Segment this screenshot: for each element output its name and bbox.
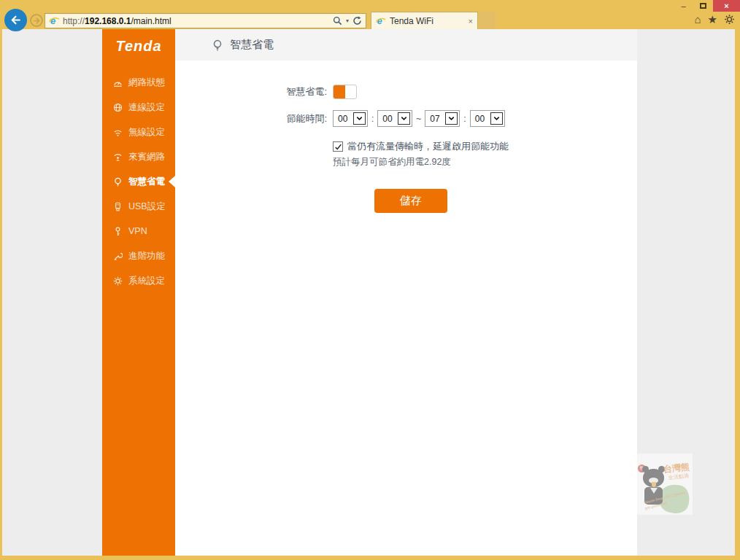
sidebar-item-network-status[interactable]: 網路狀態 (102, 70, 175, 95)
forward-arrow-icon (33, 17, 41, 25)
sidebar-menu: 網路狀態 連線設定 無線設定 (102, 70, 175, 293)
forward-button[interactable] (30, 14, 43, 27)
schedule-row: 節能時間: 00 : 00 ~ 07 : (175, 110, 637, 127)
delay-checkbox-row: 當仍有流量傳輸時，延遲啟用節能功能 (175, 140, 637, 153)
power-saving-label: 智慧省電: (175, 85, 333, 98)
bear-chest-mark (650, 488, 658, 494)
address-bar[interactable]: e http://192.168.0.1/main.html ▾ (45, 13, 366, 28)
sidebar-item-label: 無線設定 (128, 126, 165, 139)
sidebar-item-label: 系統設定 (128, 275, 165, 287)
system-icon (113, 276, 123, 286)
start-minute-select[interactable]: 00 (377, 110, 412, 127)
toggle-on-indicator (334, 85, 345, 98)
sidebar-item-label: 智慧省電 (128, 176, 165, 188)
content-header: 智慧省電 (175, 29, 637, 61)
search-dropdown-icon[interactable]: ▾ (346, 18, 349, 24)
guest-network-icon (113, 152, 123, 162)
search-icon[interactable] (333, 16, 342, 26)
power-saving-toggle[interactable] (333, 85, 357, 99)
advanced-icon (113, 252, 123, 261)
save-button[interactable]: 儲存 (374, 189, 447, 213)
range-separator: ~ (416, 114, 421, 124)
sidebar-item-guest-network[interactable]: 來賓網路 (102, 144, 175, 169)
new-tab-button[interactable] (479, 12, 496, 29)
vpn-icon (113, 227, 123, 236)
sidebar-item-wireless[interactable]: 無線設定 (102, 120, 175, 144)
watermark-logo: 熊 台灣熊 生活點滴 Taiwan Bear Life's Sharing gr… (636, 454, 693, 515)
chevron-down-icon (398, 112, 410, 125)
maximize-button[interactable] (693, 0, 713, 12)
usb-icon (113, 202, 123, 211)
window-titlebar: – × (0, 0, 740, 12)
power-saving-row: 智慧省電: (175, 85, 637, 99)
refresh-icon[interactable] (352, 16, 362, 26)
browser-tab-tenda-wifi[interactable]: e Tenda WiFi × (371, 12, 478, 29)
chevron-down-icon (445, 112, 458, 125)
time-separator: : (463, 114, 466, 124)
tab-close-icon[interactable]: × (469, 17, 473, 26)
active-item-pointer (169, 176, 175, 187)
browser-navbar: e http://192.168.0.1/main.html ▾ e Tenda… (0, 12, 740, 29)
window-controls: – × (674, 0, 740, 12)
sidebar: Tenda 網路狀態 連線設定 (102, 29, 175, 556)
tenda-logo: Tenda (102, 38, 175, 55)
svg-text:e: e (377, 16, 382, 26)
savings-note: 預計每月可節省約用電2.92度 (175, 156, 637, 168)
favorites-star-icon[interactable]: ★ (708, 14, 717, 25)
bear-tongue (652, 482, 656, 487)
ie-icon: e (376, 16, 386, 26)
sidebar-item-label: 網路狀態 (128, 77, 165, 89)
gear-icon[interactable] (724, 14, 735, 25)
chevron-down-icon (490, 112, 503, 125)
end-minute-select[interactable]: 00 (470, 110, 505, 127)
delay-checkbox[interactable] (333, 141, 343, 152)
back-arrow-icon (9, 14, 22, 26)
sidebar-item-vpn[interactable]: VPN (102, 219, 175, 244)
sidebar-item-label: 進階功能 (128, 250, 165, 262)
minimize-button[interactable]: – (674, 0, 693, 12)
network-status-icon (113, 78, 123, 88)
sidebar-item-connection[interactable]: 連線設定 (102, 95, 175, 120)
maximize-icon (700, 3, 706, 9)
content-body: 智慧省電: 節能時間: 00 : 00 ~ 07 (175, 61, 637, 556)
end-hour-select[interactable]: 07 (425, 110, 460, 127)
ie-icon: e (49, 15, 60, 26)
bulb-icon (212, 39, 223, 51)
sidebar-item-usb[interactable]: USB設定 (102, 194, 175, 219)
svg-text:e: e (50, 15, 55, 26)
router-admin-page: Tenda 網路狀態 連線設定 (2, 29, 735, 556)
tab-title: Tenda WiFi (390, 16, 465, 26)
sidebar-item-advanced[interactable]: 進階功能 (102, 244, 175, 268)
sidebar-item-power-saving[interactable]: 智慧省電 (102, 169, 175, 194)
watermark-subtitle: 生活點滴 (668, 472, 690, 482)
sidebar-item-system[interactable]: 系統設定 (102, 268, 175, 293)
home-icon[interactable]: ⌂ (694, 14, 701, 25)
chevron-down-icon (353, 112, 366, 125)
url-text: http://192.168.0.1/main.html (63, 16, 330, 26)
wireless-icon (113, 128, 123, 137)
sidebar-item-label: 連線設定 (128, 101, 165, 114)
close-button[interactable]: × (713, 0, 740, 12)
sidebar-item-label: USB設定 (128, 201, 166, 213)
check-icon (334, 143, 342, 151)
start-hour-select[interactable]: 00 (333, 110, 368, 127)
delay-checkbox-label: 當仍有流量傳輸時，延遲啟用節能功能 (347, 140, 509, 153)
sidebar-item-label: 來賓網路 (128, 151, 165, 163)
back-button[interactable] (4, 9, 27, 31)
connection-icon (113, 103, 123, 112)
sidebar-item-label: VPN (128, 226, 147, 236)
schedule-label: 節能時間: (175, 112, 333, 125)
time-separator: : (371, 114, 374, 124)
power-saving-icon (113, 177, 123, 187)
page-title: 智慧省電 (230, 38, 274, 52)
